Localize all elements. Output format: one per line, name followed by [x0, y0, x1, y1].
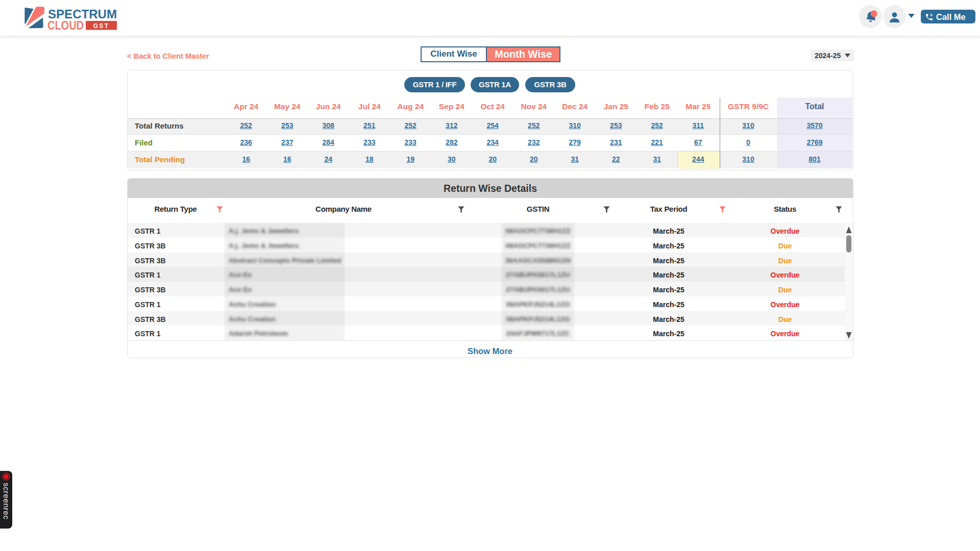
svg-text:GST: GST	[93, 22, 109, 30]
svg-text:CLOUD: CLOUD	[47, 19, 84, 31]
